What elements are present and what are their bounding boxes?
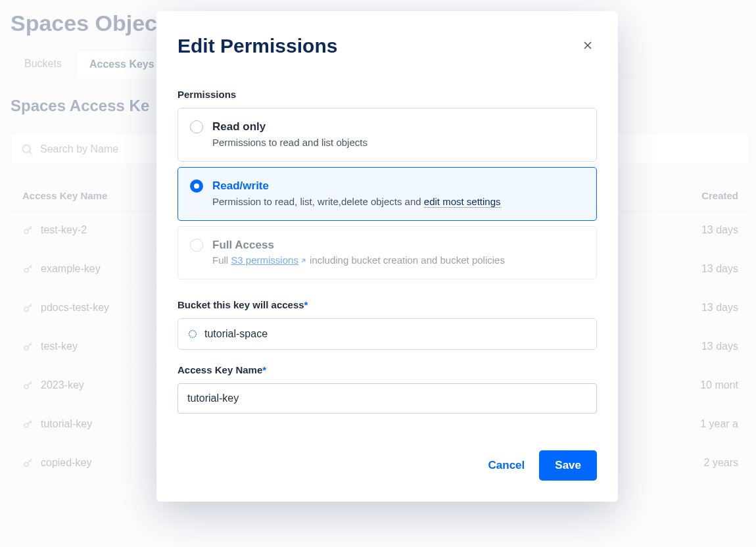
svg-line-11 — [302, 260, 305, 263]
option-desc: Permission to read, list, write,delete o… — [212, 194, 501, 210]
permissions-label: Permissions — [177, 89, 597, 100]
bucket-value: tutorial-space — [204, 328, 268, 340]
option-read-write[interactable]: Read/write Permission to read, list, wri… — [177, 167, 597, 221]
bucket-icon — [187, 329, 198, 339]
name-label: Access Key Name* — [177, 364, 597, 375]
close-button[interactable] — [579, 36, 597, 57]
option-title: Read only — [212, 119, 367, 135]
external-link-icon — [300, 257, 307, 264]
modal-title: Edit Permissions — [177, 35, 337, 57]
access-key-name-input[interactable] — [177, 383, 597, 414]
svg-point-12 — [189, 331, 197, 338]
radio-icon — [190, 179, 203, 193]
option-desc: Full S3 permissions including bucket cre… — [212, 252, 505, 268]
option-title: Full Access — [212, 237, 505, 253]
option-read-only[interactable]: Read only Permissions to read and list o… — [177, 108, 597, 162]
radio-icon — [190, 120, 203, 133]
cancel-button[interactable]: Cancel — [488, 459, 525, 472]
close-icon — [581, 39, 594, 52]
bucket-label: Bucket this key will access* — [177, 299, 597, 310]
bucket-select[interactable]: tutorial-space — [177, 318, 597, 350]
radio-icon — [190, 239, 203, 252]
option-desc: Permissions to read and list objects — [212, 135, 367, 151]
edit-most-settings-link[interactable]: edit most settings — [424, 196, 501, 208]
edit-permissions-modal: Edit Permissions Permissions Read only P… — [156, 11, 618, 502]
option-full-access: Full Access Full S3 permissions includin… — [177, 226, 597, 280]
option-title: Read/write — [212, 178, 501, 194]
permissions-options: Read only Permissions to read and list o… — [177, 108, 597, 279]
s3-permissions-link[interactable]: S3 permissions — [231, 254, 307, 266]
save-button[interactable]: Save — [539, 450, 597, 481]
